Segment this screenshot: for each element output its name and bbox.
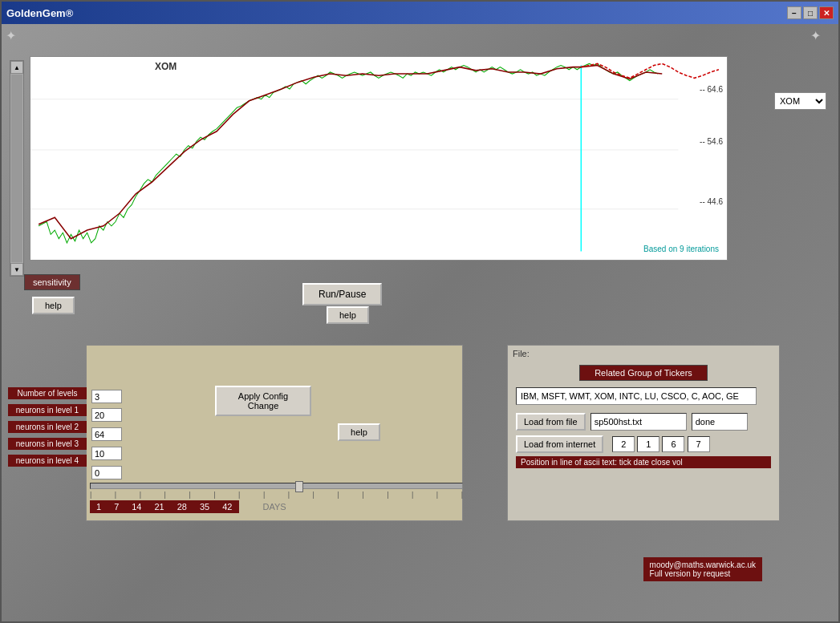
sensitivity-button[interactable]: sensitivity bbox=[24, 274, 80, 290]
chart-svg bbox=[30, 57, 727, 260]
slider-area: |||||||||||||||| 1 7 14 21 28 35 42 DAYS bbox=[90, 483, 463, 513]
scroll-down-button[interactable]: ▼ bbox=[10, 263, 23, 276]
help-config-button[interactable]: help bbox=[338, 423, 380, 441]
day-35: 35 bbox=[200, 502, 209, 512]
day-21: 21 bbox=[155, 502, 164, 512]
content-area: ✦ ✦ ▲ ▼ Loaded until date 19-Apr-06 XOM … bbox=[2, 24, 838, 621]
ticker-select[interactable]: XOM IBM MSFT bbox=[774, 92, 826, 110]
run-pause-button[interactable]: Run/Pause bbox=[302, 283, 382, 305]
number-of-levels-label: Number of levels bbox=[8, 387, 87, 399]
pos-input-3[interactable] bbox=[662, 436, 684, 452]
day-42: 42 bbox=[222, 502, 232, 512]
left-scrollbar[interactable]: ▲ ▼ bbox=[10, 60, 24, 277]
close-button[interactable]: ✕ bbox=[819, 6, 834, 19]
pos-input-2[interactable] bbox=[637, 436, 659, 452]
full-version-text: Full version by request bbox=[650, 569, 756, 578]
window-title: GoldenGem® bbox=[6, 7, 73, 19]
y-label-top: -- 64.6 bbox=[700, 85, 723, 94]
neurons-level2-label: neurons in level 2 bbox=[8, 421, 87, 433]
position-bar: Position in line of ascii text: tick dat… bbox=[516, 456, 771, 468]
done-field[interactable] bbox=[692, 413, 748, 431]
neurons-level2-input[interactable]: 64 bbox=[91, 427, 122, 441]
main-window: GoldenGem® − □ ✕ ✦ ✦ ▲ ▼ Loaded until da… bbox=[0, 0, 840, 623]
number-of-levels-input[interactable]: 3 bbox=[91, 390, 122, 403]
neurons-level1-input[interactable]: 20 bbox=[91, 408, 122, 422]
load-from-internet-button[interactable]: Load from internet bbox=[516, 435, 603, 453]
apply-config-button[interactable]: Apply Config Change bbox=[215, 386, 311, 416]
neurons-level4-label: neurons in level 4 bbox=[8, 455, 87, 467]
email-text: moody@maths.warwick.ac.uk bbox=[650, 560, 756, 569]
scroll-up-button[interactable]: ▲ bbox=[10, 61, 23, 74]
slider-thumb[interactable] bbox=[295, 481, 303, 492]
days-label: DAYS bbox=[263, 502, 286, 512]
info-bar: moody@maths.warwick.ac.uk Full version b… bbox=[643, 557, 762, 581]
level-labels-container: Number of levels neurons in level 1 neur… bbox=[8, 387, 87, 469]
neurons-level3-label: neurons in level 3 bbox=[8, 438, 87, 450]
load-internet-row: Load from internet bbox=[516, 435, 771, 453]
neurons-level1-label: neurons in level 1 bbox=[8, 404, 87, 416]
pos-input-4[interactable] bbox=[688, 436, 710, 452]
day-28: 28 bbox=[177, 502, 187, 512]
load-file-row: Load from file bbox=[516, 413, 771, 431]
load-from-file-button[interactable]: Load from file bbox=[516, 413, 586, 431]
corner-decor-tr: ✦ bbox=[810, 28, 826, 44]
minimize-button[interactable]: − bbox=[787, 6, 801, 19]
day-1: 1 bbox=[96, 502, 101, 512]
file-label: File: bbox=[508, 346, 779, 362]
filename-input[interactable] bbox=[590, 413, 687, 431]
maximize-button[interactable]: □ bbox=[803, 6, 818, 19]
corner-decor-tl: ✦ bbox=[6, 28, 22, 44]
pos-input-1[interactable] bbox=[612, 436, 635, 452]
day-14: 14 bbox=[132, 502, 141, 512]
days-bar: 1 7 14 21 28 35 42 DAYS bbox=[90, 500, 463, 513]
day-7: 7 bbox=[114, 502, 119, 512]
neurons-level4-input[interactable]: 0 bbox=[91, 466, 122, 479]
chart-ticker-label: XOM bbox=[155, 61, 177, 72]
related-group-container: Related Group of Tickers bbox=[508, 365, 779, 381]
related-group-button[interactable]: Related Group of Tickers bbox=[579, 365, 708, 381]
slider-track bbox=[90, 483, 463, 489]
file-panel: File: Related Group of Tickers Load from… bbox=[507, 345, 780, 521]
iterations-text: Based on 9 iterations bbox=[643, 245, 719, 253]
position-label-text: Position in line of ascii text: tick dat… bbox=[521, 458, 683, 467]
svg-rect-0 bbox=[30, 57, 727, 260]
help-button-left[interactable]: help bbox=[32, 297, 75, 314]
y-label-mid: -- 54.6 bbox=[700, 137, 723, 146]
title-bar-buttons: − □ ✕ bbox=[787, 6, 834, 19]
chart-container: XOM -- 64.6 -- 54.6 -- 44.6 bbox=[30, 56, 728, 261]
scroll-track bbox=[11, 75, 22, 262]
help-button-center[interactable]: help bbox=[327, 306, 369, 324]
ticker-dropdown-container: XOM IBM MSFT bbox=[774, 92, 826, 110]
tickers-input[interactable] bbox=[516, 387, 757, 405]
neurons-level3-input[interactable]: 10 bbox=[91, 447, 122, 460]
y-label-bottom: -- 44.6 bbox=[700, 197, 723, 206]
title-bar: GoldenGem® − □ ✕ bbox=[2, 2, 838, 24]
days-values: 1 7 14 21 28 35 42 bbox=[90, 500, 239, 513]
